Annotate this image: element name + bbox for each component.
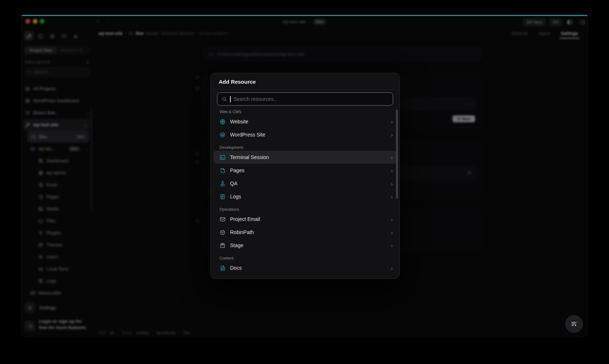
chevron-right-icon: › <box>391 181 393 187</box>
terminal-icon <box>220 154 226 161</box>
resource-item-stage[interactable]: Stage› <box>214 239 396 252</box>
resource-item-wordpress-site[interactable]: WordPress Site› <box>214 128 396 141</box>
resource-item-terminal-session[interactable]: Terminal Session› <box>214 151 396 164</box>
resource-section-operations: Operations <box>214 206 396 213</box>
scroll-icon <box>220 194 226 200</box>
fab-icon <box>571 321 577 327</box>
resource-search-placeholder: Search resources... <box>234 96 278 102</box>
resource-section-content: Content <box>214 255 396 261</box>
page-icon <box>220 167 226 174</box>
resource-section-web-cms: Web & CMS <box>214 108 396 115</box>
resource-item-docs[interactable]: Docs› <box>214 261 396 274</box>
mail-icon <box>220 216 226 222</box>
resource-item-logs[interactable]: Logs› <box>214 190 396 203</box>
archive-icon <box>220 242 226 249</box>
resource-item-website[interactable]: Website› <box>214 115 396 128</box>
modal-scrollbar[interactable] <box>396 110 398 199</box>
chevron-right-icon: › <box>391 132 393 138</box>
flask-icon <box>220 181 226 187</box>
modal-title: Add Resource <box>219 79 256 85</box>
window-accent-line <box>21 15 588 16</box>
quick-actions-button[interactable] <box>565 315 583 333</box>
chevron-right-icon: › <box>391 242 393 249</box>
chevron-right-icon: › <box>391 216 393 222</box>
resource-search-input[interactable]: Search resources... <box>217 92 393 106</box>
resource-item-project-email[interactable]: Project Email› <box>214 213 396 226</box>
app-window: ‹ › wp-test-site › Dev RP Term RP Projec… <box>21 15 588 337</box>
divider <box>211 89 399 90</box>
text-caret <box>230 96 231 102</box>
chevron-right-icon: › <box>391 265 393 271</box>
resource-item-pages[interactable]: Pages› <box>214 164 396 177</box>
resource-section-development: Development <box>214 144 396 151</box>
globe-icon <box>220 119 226 125</box>
wordpress-icon <box>220 132 226 138</box>
add-resource-modal: Add Resource Search resources... Web & C… <box>210 73 400 279</box>
chevron-right-icon: › <box>391 119 393 125</box>
doc-icon <box>220 265 226 271</box>
chevron-right-icon: › <box>391 154 393 161</box>
chevron-right-icon: › <box>391 229 393 236</box>
chevron-right-icon: › <box>391 167 393 174</box>
search-icon <box>222 96 227 102</box>
resource-item-robinpath[interactable]: RobinPath› <box>214 226 396 239</box>
bird-icon <box>220 229 226 236</box>
chevron-right-icon: › <box>391 194 393 200</box>
resource-list: Web & CMSWebsite›WordPress Site›Developm… <box>214 108 396 274</box>
resource-item-qa[interactable]: QA› <box>214 177 396 190</box>
desktop: ‹ › wp-test-site › Dev RP Term RP Projec… <box>0 0 609 364</box>
